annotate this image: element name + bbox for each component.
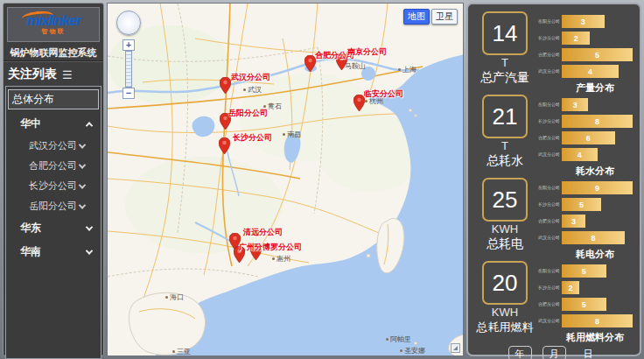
map-pin-wuhan[interactable] [220,77,231,94]
marker-label-nanjing[interactable]: 南京分公司 [347,46,387,58]
map-type-map-button[interactable]: 地图 [403,9,430,25]
bar-label: 武汉分公司 [538,151,553,158]
logo-subtext: 智物联 [42,27,66,36]
system-title: 锅炉物联网监控系统 [4,44,103,61]
pan-right-icon[interactable] [131,20,136,25]
map-pin-changsha[interactable] [219,137,230,154]
stat-unit: T [501,140,508,152]
map-pan-control[interactable] [116,11,141,35]
map-corner-resize-icon[interactable] [451,343,460,353]
bar: 8 [562,314,633,327]
bar-value: 3 [573,101,578,109]
bar-track: 2 [562,281,633,294]
stat-card-steam: 14 T 总产汽量 岳阳分公司3 长沙分公司2 合肥分公司5 武汉分公司4 产量… [472,9,636,92]
bar-track: 9 [562,181,633,194]
bar: 2 [562,32,590,45]
city-label: 惠州 [272,254,290,264]
bar-value: 3 [581,18,585,26]
sidebar-item-hefei[interactable]: 合肥分公司 [6,156,101,176]
marker-label-qingyuan[interactable]: 清远分公司 [243,227,283,238]
map-type-satellite-button[interactable]: 卫星 [431,9,458,25]
bar-track: 4 [562,65,633,78]
city-label: 武汉 [243,85,262,95]
marker-label-boluo[interactable]: 博罗分公司 [262,242,302,253]
bar-value: 6 [586,134,591,143]
sidebar-item-yueyang[interactable]: 岳阳分公司 [6,196,101,216]
bar: 3 [562,215,585,228]
bar: 3 [562,15,605,28]
stat-unit: T [501,57,508,69]
bar-value: 8 [595,317,599,326]
bar-track: 4 [562,148,633,161]
sidebar-item-overall[interactable]: 总体分布 [8,89,99,109]
stats-panel: 14 T 总产汽量 岳阳分公司3 长沙分公司2 合肥分公司5 武汉分公司4 产量… [466,3,641,356]
sidebar-item-changsha[interactable]: 长沙分公司 [6,176,101,196]
marker-label-yueyang[interactable]: 岳阳分公司 [228,108,268,119]
chevron-down-icon [79,201,86,208]
bar-value: 5 [582,267,586,276]
bar: 2 [562,281,579,294]
bar: 8 [562,231,625,244]
zoom-in-button[interactable]: + [122,39,135,51]
bar-label: 合肥分公司 [538,218,553,224]
bar-track: 5 [562,264,633,278]
watch-list-panel: 总体分布 华中 武汉分公司 合肥分公司 长沙分公司 岳阳分公司 华东 华南 [5,86,102,359]
bar-value: 2 [569,284,573,292]
bar: 3 [562,98,588,111]
year-button[interactable]: 年 [508,346,532,359]
bar-label: 长沙分公司 [538,201,553,208]
bar-label: 岳阳分公司 [538,102,553,108]
pan-left-icon[interactable] [121,20,126,25]
day-button[interactable]: 日 [577,346,600,359]
chart-title: 耗用燃料分布 [538,331,633,344]
stat-value-box: 25 [482,178,528,222]
marker-label-wuhan[interactable]: 武汉分公司 [231,72,270,83]
period-switch: 年 月 日 [472,346,636,359]
bar-label: 岳阳分公司 [538,268,553,274]
bar-value: 4 [578,151,582,159]
bar: 4 [562,148,598,161]
group-label: 华中 [20,116,41,131]
bar-value: 8 [591,234,595,243]
bar-value: 5 [595,51,599,60]
sidebar-item-wuhan[interactable]: 武汉分公司 [6,136,101,156]
child-label: 岳阳分公司 [29,200,77,213]
stat-value: 20 [493,270,518,297]
month-button[interactable]: 月 [542,346,566,359]
map-canvas[interactable]: 上海 杭州 马鞍山 武汉 黄石 南昌 惠州 海口 三亚 阿帕里 圣安娜 武汉分公… [107,3,464,356]
bar-label: 武汉分公司 [538,68,553,74]
bar-value: 5 [579,201,584,209]
city-label: 上海 [398,65,416,74]
chevron-down-icon [86,223,93,230]
bar-chart-water: 岳阳分公司3 长沙分公司8 合肥分公司6 武汉分公司4 耗水分布 [538,92,636,175]
chevron-down-icon [79,161,86,168]
marker-label-linan[interactable]: 临安分公司 [364,88,403,100]
marker-label-changsha[interactable]: 长沙分公司 [233,132,272,144]
city-label: 阿帕里 [386,334,411,344]
group-label: 华南 [20,244,41,259]
bar: 4 [562,65,619,78]
bar-label: 长沙分公司 [538,285,553,291]
group-label: 华东 [20,221,41,236]
bar-value: 5 [582,300,586,309]
bar-label: 武汉分公司 [538,318,553,324]
pan-down-icon[interactable] [126,25,131,31]
sidebar-group-huanan[interactable]: 华南 [6,240,101,264]
stat-card-fuel: 20 KWH 总耗用燃料 岳阳分公司5 长沙分公司2 合肥分公司5 武汉分公司8… [472,258,636,341]
zoom-out-button[interactable]: − [122,88,135,99]
list-icon: ☰ [62,68,73,81]
sidebar-group-huadong[interactable]: 华东 [6,216,101,240]
bar-track: 3 [562,15,633,28]
stat-label: 总产汽量 [480,70,529,86]
chevron-down-icon [86,247,93,254]
bar-track: 5 [562,198,633,211]
bar-track: 6 [562,131,633,144]
sidebar-group-huazhong[interactable]: 华中 [6,112,101,136]
bar-value: 8 [595,117,599,126]
zoom-slider[interactable] [125,51,132,88]
bar-track: 3 [562,98,633,111]
sidebar: mixlinker 智物联 锅炉物联网监控系统 关注列表 ☰ 总体分布 华中 武… [3,3,104,356]
bar: 5 [562,198,601,211]
chevron-down-icon [79,181,86,188]
bar-value: 3 [571,217,576,226]
